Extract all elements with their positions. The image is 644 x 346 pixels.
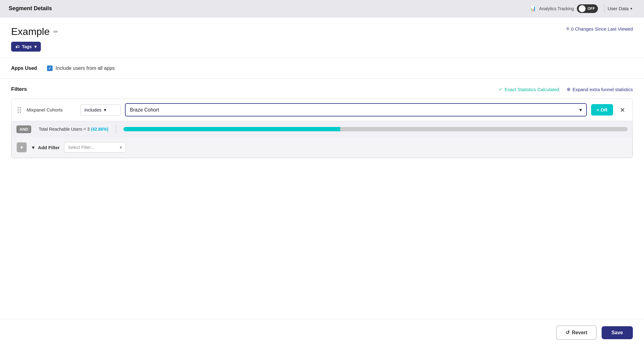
operator-chevron-icon: ▾ [104,107,106,113]
filters-header-right: ✓ Exact Statistics Calculated ⊕ Expand e… [499,86,633,92]
analytics-tracking-label: Analytics Tracking [539,6,574,11]
bottom-spacer [0,166,644,190]
analytics-toggle[interactable]: OFF [577,4,598,13]
funnel-icon: ▼ [31,145,36,150]
filter-value-text: Braze Cohort [130,107,159,113]
revert-icon: ↺ [565,330,569,335]
drag-dot [20,112,21,113]
analytics-tracking-control: 📊 Analytics Tracking OFF [530,4,598,13]
drag-dot [18,109,19,111]
header-title: Segment Details [9,5,52,12]
changes-link[interactable]: ≡ 0 Changes Since Last Viewed [566,26,633,32]
drag-handle[interactable] [16,106,22,114]
filter-row: Mixpanel Cohorts includes ▾ Braze Cohort… [11,99,633,121]
revert-button[interactable]: ↺ Revert [556,325,597,340]
filter-name: Mixpanel Cohorts [27,107,76,112]
add-filter-label: ▼ Add Filter [31,145,60,150]
add-filter-plus-badge[interactable]: + [17,142,27,152]
filter-operator-value: includes [84,107,101,112]
revert-label: Revert [572,330,587,335]
edit-icon[interactable]: ✏ [54,28,58,35]
drag-dot [18,112,19,113]
filter-block: Mixpanel Cohorts includes ▾ Braze Cohort… [11,99,633,158]
or-button-label: + OR [597,107,608,112]
filter-value-dropdown[interactable]: Braze Cohort ▾ [125,103,587,116]
filters-title: Filters [11,86,27,92]
apps-used-label: Apps Used [11,65,37,71]
page-title: Example [11,26,50,37]
tags-button[interactable]: 🏷 Tags ▾ [11,42,41,52]
tag-icon: 🏷 [15,44,19,49]
tags-label: Tags [22,44,32,49]
bottom-action-bar: ↺ Revert Save [0,319,644,346]
checkbox-box: ✓ [47,65,53,71]
tags-chevron-icon: ▾ [34,44,36,49]
drag-dot [18,107,19,108]
filters-section: Filters ✓ Exact Statistics Calculated ⊕ … [0,79,644,166]
checkmark-icon: ✓ [499,86,503,92]
page-header-left: Example ✏ 🏷 Tags ▾ [11,26,58,52]
reachable-users-text: Total Reachable Users = 3 (42.86%) [39,127,108,132]
add-filter-text: Add Filter [38,145,60,150]
include-all-apps-checkbox[interactable]: ✓ Include users from all apps [47,65,115,71]
filter-select-placeholder: Select Filter... [68,145,94,150]
progress-bar-fill [123,127,340,131]
changes-label: 0 Changes Since Last Viewed [571,26,633,32]
page-header: Example ✏ 🏷 Tags ▾ ≡ 0 Changes Since Las… [0,17,644,58]
main-content: Example ✏ 🏷 Tags ▾ ≡ 0 Changes Since Las… [0,17,644,346]
exact-statistics-indicator: ✓ Exact Statistics Calculated [499,86,559,92]
expand-funnel-label: Expand extra funnel statistics [573,87,633,92]
bar-chart-icon: 📊 [530,6,536,11]
value-chevron-icon: ▾ [579,107,582,113]
apps-used-section: Apps Used ✓ Include users from all apps [0,58,644,79]
toggle-state-label: OFF [587,6,596,11]
toggle-knob [579,5,586,12]
stats-row: AND Total Reachable Users = 3 (42.86%) [11,121,633,137]
header-right: 📊 Analytics Tracking OFF User Data ▾ [530,4,635,13]
chevron-down-icon: ▾ [630,6,632,11]
filter-operator-dropdown[interactable]: includes ▾ [80,104,121,116]
add-filter-row: + ▼ Add Filter Select Filter... ▾ [11,137,633,158]
drag-dot [20,109,21,111]
expand-funnel-button[interactable]: ⊕ Expand extra funnel statistics [567,86,633,92]
reachable-count-label: Total Reachable Users = 3 [39,127,90,132]
top-header: Segment Details 📊 Analytics Tracking OFF… [0,0,644,17]
checkbox-check-icon: ✓ [48,66,51,70]
exact-stats-label: Exact Statistics Calculated [504,87,559,92]
filters-header: Filters ✓ Exact Statistics Calculated ⊕ … [11,86,633,92]
checkbox-label-text: Include users from all apps [56,65,115,71]
remove-filter-button[interactable]: ✕ [617,105,628,115]
progress-bar [123,127,628,131]
user-data-label: User Data [608,6,629,11]
reachable-percentage: (42.86%) [91,127,109,132]
filter-select-dropdown[interactable]: Select Filter... ▾ [64,142,126,153]
and-badge: AND [16,125,31,133]
vertical-divider [116,125,116,133]
user-data-button[interactable]: User Data ▾ [604,4,635,13]
filter-select-chevron-icon: ▾ [120,145,122,150]
save-label: Save [612,330,623,335]
plus-circle-icon: ⊕ [567,86,571,92]
drag-dot [20,107,21,108]
save-button[interactable]: Save [602,326,633,339]
list-icon: ≡ [566,26,569,32]
page-title-row: Example ✏ [11,26,58,37]
or-button[interactable]: + OR [591,104,613,116]
